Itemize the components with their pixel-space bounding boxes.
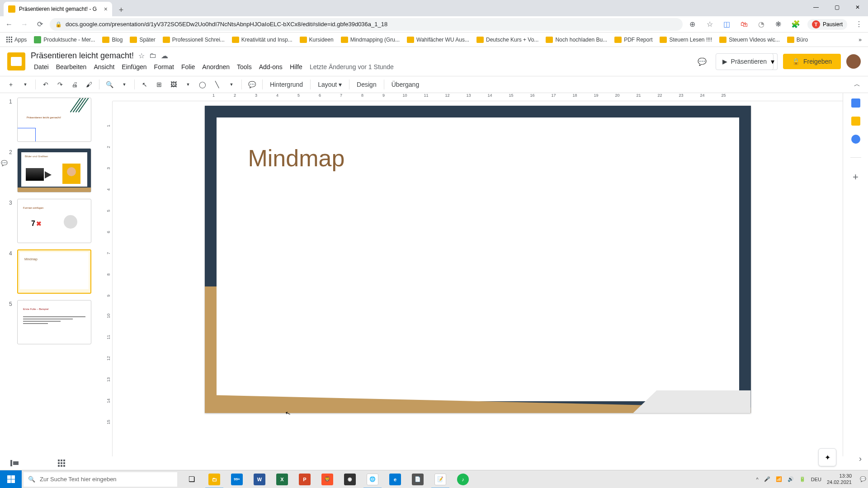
mail-taskbar-icon[interactable]: 99+ [226, 470, 248, 488]
transition-button[interactable]: Übergang [388, 79, 423, 90]
menu-anordnen[interactable]: Anordnen [199, 61, 233, 72]
new-slide-dropdown[interactable]: ▼ [19, 80, 32, 89]
tasks-icon[interactable] [851, 135, 860, 144]
side-panel-toggle[interactable]: › [859, 454, 862, 464]
present-dropdown[interactable]: ▾ [768, 53, 778, 70]
redo-button[interactable]: ↷ [54, 79, 66, 90]
notifications-icon[interactable]: 💬 [860, 476, 866, 482]
excel-taskbar-icon[interactable]: X [271, 470, 293, 488]
new-slide-button[interactable]: + [5, 79, 17, 90]
slide-title-text[interactable]: Mindmap [248, 145, 345, 172]
design-button[interactable]: Design [353, 79, 380, 90]
comments-button[interactable]: 💬 [694, 53, 710, 70]
line-dropdown[interactable]: ▼ [225, 80, 238, 89]
star-icon[interactable]: ☆ [138, 52, 145, 60]
bookmark-item[interactable]: Kursideen [297, 35, 336, 45]
vertical-ruler[interactable]: 123456789101112131415 [104, 101, 113, 470]
extensions-puzzle-icon[interactable]: 🧩 [790, 19, 801, 30]
notepad-taskbar-icon[interactable]: 📝 [429, 470, 451, 488]
grid-view-button[interactable] [56, 458, 67, 469]
slide-thumbnail-3[interactable]: Formen einfügen 7✖ [17, 199, 91, 243]
language-indicator[interactable]: DEU [811, 477, 821, 482]
wifi-icon[interactable]: 📶 [776, 476, 782, 482]
bookmark-item[interactable]: Blog [99, 35, 125, 45]
back-button[interactable]: ← [4, 19, 14, 30]
bookmark-overflow[interactable]: » [856, 35, 864, 45]
tray-expand-icon[interactable]: ^ [756, 477, 759, 482]
cloud-saved-icon[interactable]: ☁ [161, 52, 168, 60]
select-tool[interactable]: ↖ [138, 79, 151, 90]
taskbar-clock[interactable]: 13:30 24.02.2021 [827, 473, 854, 485]
bookmark-item[interactable]: Steuern Lesen !!!! [657, 35, 715, 45]
volume-icon[interactable]: 🔊 [788, 476, 794, 482]
zoom-dropdown[interactable]: ▼ [118, 80, 131, 89]
menu-tools[interactable]: Tools [234, 61, 255, 72]
background-button[interactable]: Hintergrund [266, 79, 307, 90]
layout-button[interactable]: Layout ▾ [314, 79, 345, 90]
obs-taskbar-icon[interactable]: ◉ [339, 470, 361, 488]
textbox-tool[interactable]: ⊞ [153, 79, 165, 90]
account-avatar[interactable] [846, 54, 861, 69]
slide-thumbnail-2[interactable]: Bilder und Grafiken [17, 148, 91, 192]
comment-indicator-icon[interactable]: 💬 [1, 160, 8, 166]
close-window-button[interactable]: ✕ [847, 0, 868, 14]
menu-hilfe[interactable]: Hilfe [287, 61, 306, 72]
last-edit-label[interactable]: Letzte Änderung vor 1 Stunde [307, 61, 397, 72]
present-button[interactable]: ▶ Präsentieren [716, 53, 774, 70]
url-input[interactable]: 🔒 docs.google.com/presentation/d/1yV372S… [50, 18, 683, 31]
bookmark-item[interactable]: PDF Report [612, 35, 655, 45]
document-title[interactable]: Präsentieren leicht gemacht! [31, 51, 134, 61]
bookmark-item[interactable]: Wahlfächer WU Aus... [404, 35, 472, 45]
slide-canvas[interactable]: Mindmap [113, 101, 843, 465]
apps-button[interactable]: Apps [4, 35, 29, 45]
calendar-icon[interactable] [851, 99, 860, 108]
comment-tool[interactable]: 💬 [245, 79, 259, 90]
task-view-button[interactable]: ❏ [181, 470, 203, 488]
chrome-taskbar-icon[interactable]: 🌐 [362, 470, 383, 488]
slide-thumbnail-4-selected[interactable]: Mindmap [17, 249, 91, 294]
brave-taskbar-icon[interactable]: 🦁 [316, 470, 338, 488]
menu-folie[interactable]: Folie [178, 61, 198, 72]
powerpoint-taskbar-icon[interactable]: P [294, 470, 316, 488]
menu-einfuegen[interactable]: Einfügen [118, 61, 150, 72]
microphone-icon[interactable]: 🎤 [764, 476, 770, 482]
bookmark-item[interactable]: Noch hochladen Bu... [543, 35, 610, 45]
close-tab-icon[interactable]: × [104, 5, 108, 13]
slide-thumbnail-1[interactable]: Präsentieren leicht gemacht! [17, 98, 91, 142]
menu-bearbeiten[interactable]: Bearbeiten [53, 61, 90, 72]
edge-taskbar-icon[interactable]: e [384, 470, 406, 488]
chrome-menu-icon[interactable]: ⋮ [854, 19, 864, 30]
extension-icon-2[interactable]: 🛍 [739, 19, 750, 30]
print-button[interactable]: 🖨 [68, 79, 81, 90]
bookmark-item[interactable]: Steuern Videos wic... [717, 35, 783, 45]
battery-icon[interactable]: 🔋 [799, 476, 806, 482]
menu-addons[interactable]: Add-ons [256, 61, 286, 72]
explore-button[interactable]: ✦ [818, 448, 836, 466]
new-tab-button[interactable]: + [115, 4, 127, 16]
bookmark-item[interactable]: Mindmapping (Gru... [338, 35, 402, 45]
image-dropdown[interactable]: ▼ [182, 80, 194, 89]
slides-logo[interactable] [7, 52, 25, 70]
bookmark-item[interactable]: Produktsuche - Mer... [31, 34, 98, 45]
word-taskbar-icon[interactable]: W [249, 470, 270, 488]
horizontal-ruler[interactable]: 1234567891011121314151617181920212223242… [113, 93, 843, 101]
browser-tab[interactable]: Präsentieren leicht gemacht! - G × [4, 2, 112, 16]
maximize-button[interactable]: ▢ [826, 0, 847, 14]
extension-icon-1[interactable]: ◫ [722, 19, 732, 30]
shape-tool[interactable]: ◯ [196, 79, 209, 90]
bookmark-item[interactable]: Büro [784, 35, 811, 45]
menu-format[interactable]: Format [151, 61, 177, 72]
line-tool[interactable]: ╲ [211, 79, 223, 90]
move-icon[interactable]: 🗀 [149, 52, 156, 60]
share-button[interactable]: 🔒 Freigeben [783, 54, 841, 69]
windows-search-input[interactable]: 🔍 Zur Suche Text hier eingeben [24, 472, 177, 487]
spotify-taskbar-icon[interactable]: ♪ [452, 470, 474, 488]
profile-pause-button[interactable]: T Pausiert [807, 19, 847, 30]
menu-ansicht[interactable]: Ansicht [90, 61, 118, 72]
paint-format-button[interactable]: 🖌 [83, 79, 95, 90]
explorer-taskbar-icon[interactable]: 🗀 [203, 470, 225, 488]
extension-icon-3[interactable]: ◔ [756, 19, 767, 30]
image-tool[interactable]: 🖼 [167, 79, 180, 90]
bookmark-star-icon[interactable]: ☆ [704, 19, 715, 30]
undo-button[interactable]: ↶ [39, 79, 52, 90]
